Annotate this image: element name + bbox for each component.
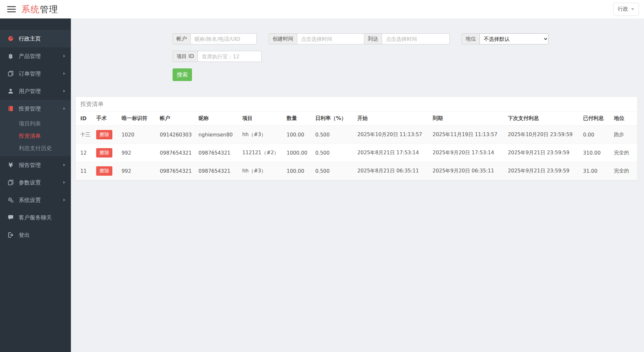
cell-nickname: 0987654321 — [196, 162, 240, 180]
chat-icon — [7, 215, 15, 220]
account-input[interactable] — [191, 33, 257, 44]
cell-start: 2025年8月21日 17:53:14 — [355, 144, 430, 162]
book-icon — [7, 106, 15, 111]
search-button[interactable]: 搜索 — [173, 68, 192, 81]
cell-account: 0914260303 — [157, 126, 196, 144]
users-icon — [7, 88, 15, 94]
delete-button[interactable]: 擦除 — [96, 166, 112, 176]
sidebar-item-label: 报告管理 — [19, 161, 63, 169]
sidebar-group-user-management: 用户管理 — [0, 82, 71, 100]
cell-status: 跑步 — [611, 126, 637, 144]
cell-id: 十三 — [76, 126, 94, 144]
chevron-right-icon — [63, 107, 65, 110]
cell-project: hh（#3） — [240, 126, 284, 144]
sidebar-item-label: 产品管理 — [19, 53, 63, 60]
account-filter-group: 帐户 — [173, 33, 257, 44]
cell-nickname: 0987654321 — [196, 144, 240, 162]
sidebar-item-admin-home[interactable]: 行政主页 — [0, 30, 71, 47]
until-label: 到达 — [364, 33, 382, 44]
column-header: 到期 — [430, 111, 505, 126]
bitcoin-icon: ฿ — [7, 53, 15, 59]
cell-operation: 擦除 — [94, 144, 119, 162]
sidebar-group-report-management: ¥报告管理 — [0, 156, 71, 174]
sidebar-item-parameter-settings[interactable]: 参数设置 — [0, 174, 71, 191]
sidebar-subitem-interest-payment-history[interactable]: 利息支付历史 — [0, 142, 71, 154]
cell-expire: 2025年11月19日 11:13:57 — [430, 126, 505, 144]
created-time-input[interactable] — [297, 33, 364, 44]
cell-status: 完全的 — [611, 144, 637, 162]
column-header: 开始 — [355, 111, 430, 126]
sidebar-group-logout: 登出 — [0, 226, 71, 244]
filter-row-2: 项目 ID — [173, 51, 638, 62]
cell-project: 112121（#2） — [240, 144, 284, 162]
sidebar-item-investment-management[interactable]: 投资管理 — [0, 100, 71, 117]
gears-icon — [7, 197, 15, 203]
yen-icon: ¥ — [7, 162, 15, 168]
cell-next_pay: 2025年9月21日 23:59:59 — [505, 144, 580, 162]
table-header-row: ID手术唯一标识符帐户昵称项目数量日利率（%）开始到期下次支付利息已付利息地位 — [76, 111, 637, 126]
params-icon — [7, 180, 15, 185]
delete-button[interactable]: 擦除 — [96, 130, 112, 139]
sidebar-item-customer-service-chat[interactable]: 客户服务聊天 — [0, 209, 71, 226]
project-id-filter-group: 项目 ID — [173, 51, 262, 62]
cell-rate: 0.500 — [313, 162, 355, 180]
column-header: 项目 — [240, 111, 284, 126]
investment-list-card: 投资清单 ID手术唯一标识符帐户昵称项目数量日利率（%）开始到期下次支付利息已付… — [75, 97, 638, 181]
sidebar-item-logout[interactable]: 登出 — [0, 226, 71, 244]
sidebar-item-report-management[interactable]: ¥报告管理 — [0, 156, 71, 174]
sidebar-group-admin-home: 行政主页 — [0, 30, 71, 47]
sidebar-group-system-settings: 系统设置 — [0, 191, 71, 209]
sidebar-item-user-management[interactable]: 用户管理 — [0, 82, 71, 100]
cell-next_pay: 2025年10月20日 23:59:59 — [505, 126, 580, 144]
column-header: 帐户 — [157, 111, 196, 126]
cell-rate: 0.500 — [313, 126, 355, 144]
sidebar-item-product-management[interactable]: ฿产品管理 — [0, 47, 71, 65]
user-menu-button[interactable]: 行政 — [613, 3, 639, 16]
cell-paid: 31.00 — [581, 162, 611, 180]
caret-down-icon — [631, 8, 634, 10]
cell-paid: 310.00 — [581, 144, 611, 162]
hamburger-menu-icon[interactable] — [7, 5, 16, 14]
sidebar-subitem-project-list[interactable]: 项目列表 — [0, 117, 71, 130]
cell-start: 2025年10月20日 11:13:57 — [355, 126, 430, 144]
cell-rate: 0.500 — [313, 144, 355, 162]
column-header: 地位 — [611, 111, 637, 126]
filter-row-1: 帐户 创建时间 到达 地位 不选择默认 — [173, 33, 638, 44]
sidebar-item-label: 行政主页 — [19, 35, 65, 42]
column-header: 唯一标识符 — [119, 111, 157, 126]
sidebar-group-parameter-settings: 参数设置 — [0, 174, 71, 191]
cell-operation: 擦除 — [94, 162, 119, 180]
cell-uid: 992 — [119, 162, 157, 180]
column-header: 日利率（%） — [313, 111, 355, 126]
chevron-right-icon — [63, 72, 65, 75]
top-header: 系统管理 行政 — [0, 0, 644, 18]
cell-paid: 0.00 — [581, 126, 611, 144]
cell-next_pay: 2025年9月21日 23:59:59 — [505, 162, 580, 180]
cell-uid: 1020 — [119, 126, 157, 144]
cell-id: 11 — [76, 162, 94, 180]
delete-button[interactable]: 擦除 — [96, 148, 112, 158]
cell-nickname: nghiemsen80 — [196, 126, 240, 144]
user-menu-label: 行政 — [618, 6, 628, 13]
time-range-filter-group: 创建时间 到达 — [269, 33, 450, 44]
until-time-input[interactable] — [382, 33, 450, 44]
column-header: ID — [76, 111, 94, 126]
sidebar-item-label: 用户管理 — [19, 88, 63, 95]
brand-dark-text: 管理 — [40, 4, 58, 14]
sidebar-item-system-settings[interactable]: 系统设置 — [0, 191, 71, 209]
project-id-label: 项目 ID — [173, 51, 198, 62]
table-row: 11擦除99209876543210987654321hh（#3）100.000… — [76, 162, 637, 180]
sidebar-subitem-investment-list[interactable]: 投资清单 — [0, 130, 71, 142]
status-select[interactable]: 不选择默认 — [480, 33, 548, 44]
created-time-label: 创建时间 — [269, 33, 297, 44]
cell-amount: 100.00 — [284, 162, 312, 180]
sidebar-item-order-management[interactable]: 订单管理 — [0, 65, 71, 82]
app-logo: 系统管理 — [21, 4, 58, 15]
project-id-input[interactable] — [198, 51, 262, 62]
search-filters: 帐户 创建时间 到达 地位 不选择默认 项目 ID — [173, 33, 638, 81]
chevron-right-icon — [63, 164, 65, 166]
orders-icon — [7, 71, 15, 76]
cell-amount: 1000.00 — [284, 144, 312, 162]
column-header: 下次支付利息 — [505, 111, 580, 126]
investment-table: ID手术唯一标识符帐户昵称项目数量日利率（%）开始到期下次支付利息已付利息地位 … — [76, 111, 637, 180]
